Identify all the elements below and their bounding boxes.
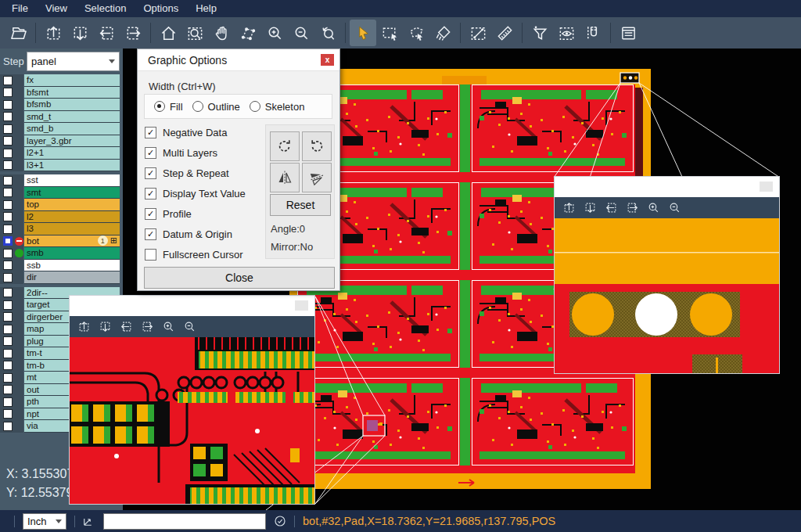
snap-magnet-button[interactable] [580, 20, 606, 46]
measure-line-button[interactable] [465, 20, 491, 46]
radio-outline[interactable]: Outline [192, 101, 240, 113]
checkbox[interactable]: ✓ [145, 208, 156, 220]
layer-checkbox-l3+1[interactable] [3, 160, 13, 170]
magnifier-left-content[interactable] [70, 337, 314, 504]
radio-circle[interactable] [192, 101, 203, 112]
layer-checkbox-bfsmb[interactable] [3, 100, 13, 110]
measure-ruler-button[interactable] [491, 20, 518, 46]
select-cursor-button[interactable] [350, 20, 376, 46]
layer-checkbox-layer_3.gbr[interactable] [3, 136, 13, 146]
layer-checkbox-bot[interactable] [3, 236, 13, 246]
home-view-button[interactable] [155, 20, 181, 46]
layer-checkbox-2dir--[interactable] [3, 288, 13, 297]
layer-name-smb[interactable]: smb [24, 247, 120, 260]
layer-checkbox-smd_t[interactable] [3, 112, 13, 121]
zoom-previous-button[interactable] [314, 20, 341, 46]
checkbox[interactable] [145, 249, 156, 261]
checkbox-row-profile[interactable]: ✓Profile [145, 203, 262, 224]
layer-checkbox-tm-b[interactable] [3, 361, 13, 370]
layer-name-smt[interactable]: smt [24, 187, 120, 200]
layer-checkbox-top[interactable] [3, 200, 13, 210]
clean-brush-button[interactable] [429, 20, 456, 46]
menu-help[interactable]: Help [187, 0, 225, 17]
layer-checkbox-dir[interactable] [3, 273, 13, 282]
layer-checkbox-sst[interactable] [3, 176, 13, 185]
close-icon[interactable]: x [321, 54, 334, 66]
checkbox-row-multi-layers[interactable]: ✓Multi Layers [145, 142, 262, 163]
layer-checkbox-pth[interactable] [3, 397, 13, 407]
layer-checkbox-l3[interactable] [3, 225, 13, 234]
view-options-button[interactable] [553, 20, 580, 46]
checkbox[interactable]: ✓ [145, 147, 156, 159]
layer-name-ssb[interactable]: ssb [24, 260, 120, 272]
menu-file[interactable]: File [3, 0, 37, 17]
layer-name-bot[interactable]: bot1⊞ [24, 235, 120, 248]
magnifier-right-content[interactable] [555, 218, 779, 373]
pan-left-button[interactable] [605, 201, 618, 214]
rotate-ccw-button[interactable] [302, 131, 332, 161]
rotate-cw-button[interactable] [270, 131, 300, 161]
pan-right-button[interactable] [626, 201, 639, 214]
view-left-button[interactable] [93, 20, 120, 46]
filter-button[interactable] [526, 20, 553, 46]
confirm-circle-icon[interactable] [273, 514, 287, 528]
layer-checkbox-l2+1[interactable] [3, 149, 13, 158]
select-window-button[interactable] [376, 20, 403, 46]
view-down-button[interactable] [66, 20, 93, 46]
step-select[interactable]: panel [27, 52, 120, 71]
close-button[interactable]: Close [144, 267, 335, 289]
layer-name-l3[interactable]: l3 [24, 223, 120, 235]
mirror-horizontal-button[interactable] [302, 163, 332, 192]
pan-left-button[interactable] [120, 320, 133, 333]
checkbox-row-fullscreen-cursor[interactable]: Fullscreen Cursor [145, 244, 262, 264]
step-repeat-grid-icon[interactable]: ⊞ [110, 236, 117, 245]
mirror-vertical-button[interactable] [270, 163, 300, 192]
layer-checkbox-bfsmt[interactable] [3, 88, 13, 97]
magnifier-left-window-button[interactable] [295, 300, 308, 311]
layer-name-l2+1[interactable]: l2+1 [24, 147, 120, 160]
layer-checkbox-tm-t[interactable] [3, 349, 13, 358]
zoom-in-button[interactable] [162, 320, 175, 333]
layer-checkbox-via[interactable] [3, 422, 13, 431]
layer-name-bfsmt[interactable]: bfsmt [24, 87, 120, 99]
corner-angle-icon[interactable] [81, 514, 95, 528]
layer-name-layer_3.gbr[interactable]: layer_3.gbr [24, 135, 120, 148]
menu-options[interactable]: Options [135, 0, 187, 17]
layer-checkbox-smt[interactable] [3, 188, 13, 197]
layer-name-sst[interactable]: sst [24, 174, 120, 187]
dialog-titlebar[interactable]: Graphic Options [138, 49, 339, 71]
layer-checkbox-smb[interactable] [3, 249, 13, 258]
layer-name-smd_t[interactable]: smd_t [24, 111, 120, 124]
checkbox[interactable]: ✓ [145, 188, 156, 200]
checkbox[interactable]: ✓ [145, 167, 156, 179]
layer-checkbox-mt[interactable] [3, 373, 13, 383]
layers-panel-button[interactable] [615, 20, 641, 46]
zoom-out-button[interactable] [183, 320, 196, 333]
menu-view[interactable]: View [37, 0, 76, 17]
checkbox[interactable]: ✓ [145, 127, 156, 138]
layer-name-top[interactable]: top [24, 199, 120, 211]
command-input[interactable] [103, 513, 266, 530]
pan-down-button[interactable] [584, 201, 597, 214]
view-up-button[interactable] [40, 20, 66, 46]
layer-checkbox-target[interactable] [3, 300, 13, 310]
checkbox-row-display-text-value[interactable]: ✓Display Text Value [145, 183, 262, 203]
select-polygon-button[interactable] [403, 20, 429, 46]
layer-checkbox-ssb[interactable] [3, 261, 13, 270]
zoom-window-button[interactable] [181, 20, 208, 46]
layer-checkbox-l2[interactable] [3, 212, 13, 221]
checkbox[interactable]: ✓ [145, 228, 156, 240]
layer-name-smd_b[interactable]: smd_b [24, 123, 120, 135]
pan-down-button[interactable] [99, 320, 112, 333]
magnifier-left-titlebar[interactable] [70, 296, 314, 316]
zoom-in-button[interactable] [647, 201, 660, 214]
layer-name-l2[interactable]: l2 [24, 211, 120, 224]
radio-fill[interactable]: Fill [154, 101, 183, 113]
layer-name-dir[interactable]: dir [24, 271, 120, 284]
layer-checkbox-npt[interactable] [3, 409, 13, 419]
radio-circle[interactable] [250, 101, 260, 112]
view-right-button[interactable] [120, 20, 146, 46]
layer-checkbox-map[interactable] [3, 325, 13, 334]
zoom-object-button[interactable] [235, 20, 261, 46]
layer-checkbox-plug[interactable] [3, 336, 13, 346]
